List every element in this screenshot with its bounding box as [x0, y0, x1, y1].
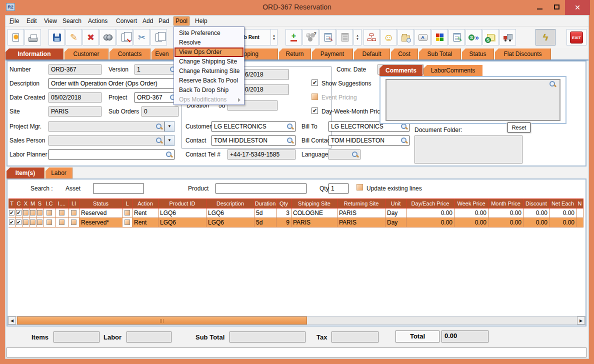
row-checkbox-idots[interactable]	[59, 210, 64, 216]
sub-orders-field[interactable]: 0	[142, 106, 178, 116]
bill-contact-search-icon[interactable]	[401, 138, 408, 144]
find-button[interactable]	[100, 29, 116, 46]
save-button[interactable]	[48, 29, 65, 46]
col-qty[interactable]: Qty	[276, 198, 292, 208]
tab-comments[interactable]: Comments	[380, 65, 422, 76]
availability-blocks-button[interactable]	[432, 29, 448, 46]
copy-button[interactable]	[150, 29, 167, 46]
table-row[interactable]	[8, 208, 16, 218]
exit-button[interactable]: EXIT	[566, 29, 586, 46]
menu-item-change-returning-site[interactable]: Change Returning Site	[174, 66, 244, 76]
tab-status[interactable]: Status	[462, 48, 494, 60]
col-duration[interactable]: Duration	[254, 198, 276, 208]
memo-button[interactable]: ✎	[448, 29, 465, 46]
tab-sub-total[interactable]: Sub Total	[419, 48, 461, 60]
tab-items[interactable]: Item(s)	[6, 168, 44, 178]
row-checkbox-c[interactable]	[16, 220, 22, 225]
col-s[interactable]: S	[36, 198, 44, 208]
menu-file[interactable]: File	[8, 16, 21, 26]
tab-default[interactable]: Default	[354, 48, 390, 60]
menu-item-change-shipping-site[interactable]: Change Shipping Site	[174, 57, 244, 66]
print-button[interactable]	[24, 29, 41, 46]
menu-add[interactable]: Add	[140, 16, 155, 26]
menu-pool[interactable]: Pool	[174, 16, 190, 26]
col-day-each-price[interactable]: Day/Each Price	[406, 198, 454, 208]
row-checkbox-ii[interactable]	[71, 220, 76, 225]
menu-convert[interactable]: Convert	[114, 16, 139, 26]
col-unit[interactable]: Unit	[386, 198, 406, 208]
tab-labor-comments[interactable]: LaborComments	[424, 65, 482, 76]
col-c[interactable]: C	[16, 198, 22, 208]
comments-search-icon[interactable]	[550, 81, 556, 88]
customer-field[interactable]: LG ELECTRONICS	[212, 122, 296, 132]
contact-field[interactable]: TOM HIDDLESTON	[212, 136, 296, 146]
delivery-button[interactable]	[500, 29, 516, 46]
col-x[interactable]: X	[22, 198, 30, 208]
show-suggestions-checkbox[interactable]	[312, 80, 318, 86]
site-hierarchy-button[interactable]	[364, 29, 380, 46]
menu-pad[interactable]: Pad	[156, 16, 171, 26]
col-t[interactable]: T	[8, 198, 16, 208]
product-input[interactable]	[216, 184, 306, 194]
col-status[interactable]: Status	[80, 198, 122, 208]
row-checkbox-x[interactable]	[23, 220, 28, 225]
tab-contacts[interactable]: Contacts	[110, 48, 150, 60]
sales-person-search-icon[interactable]	[156, 138, 162, 144]
labor-planner-field[interactable]	[48, 150, 174, 160]
add-remove-button[interactable]: +	[286, 29, 302, 46]
col-shipping-site[interactable]: Shipping Site	[292, 198, 338, 208]
tab-customer[interactable]: Customer	[64, 48, 108, 60]
comments-textarea[interactable]	[386, 79, 560, 121]
row-checkbox-t[interactable]	[9, 210, 14, 216]
tab-information[interactable]: Information	[6, 48, 64, 60]
delete-button[interactable]: ✖	[82, 29, 99, 46]
tab-flat-discounts[interactable]: Flat Discounts	[495, 48, 551, 60]
date-created-field[interactable]: 05/02/2018	[48, 92, 102, 102]
bill-contact-field[interactable]: TOM HIDDLESTON	[328, 136, 410, 146]
labor-planner-search-icon[interactable]	[166, 152, 172, 158]
col-n[interactable]: N	[576, 198, 584, 208]
edit-button[interactable]: ✎	[66, 29, 82, 46]
asset-input[interactable]	[93, 184, 144, 194]
row-checkbox-c[interactable]	[16, 210, 22, 216]
col-action[interactable]: Action	[132, 198, 158, 208]
notes-edit-button[interactable]: ✎	[320, 29, 336, 46]
row-checkbox-idots[interactable]	[59, 220, 64, 225]
number-field[interactable]: ORD-367	[48, 64, 102, 74]
col-m[interactable]: M	[30, 198, 36, 208]
row-checkbox-s[interactable]	[37, 210, 42, 216]
col-discount[interactable]: Discount	[524, 198, 550, 208]
contact-search-icon[interactable]	[287, 138, 294, 144]
menu-item-reserve-back-to-pool[interactable]: Reserve Back To Pool	[174, 76, 244, 86]
col-ic[interactable]: I.C	[44, 198, 56, 208]
maximize-button[interactable]	[548, 0, 565, 15]
version-field[interactable]: 1	[134, 64, 178, 74]
price-notes-button[interactable]: S	[482, 29, 499, 46]
col-net-each[interactable]: Net Each	[550, 198, 576, 208]
language-field[interactable]	[328, 150, 360, 160]
col-week-price[interactable]: Week Price	[454, 198, 488, 208]
horizontal-scrollbar[interactable]: ◀ ▶	[8, 316, 586, 325]
project-mgr-search-icon[interactable]	[156, 124, 162, 130]
menu-item-view-ops-order[interactable]: View Ops Order	[174, 48, 244, 57]
bill-to-search-icon[interactable]	[401, 124, 408, 130]
update-existing-checkbox[interactable]	[356, 184, 363, 190]
customer-search-icon[interactable]	[287, 124, 294, 130]
row-checkbox-ii[interactable]	[71, 210, 76, 216]
row-checkbox-m[interactable]	[30, 210, 36, 216]
menu-item-resolve[interactable]: Resolve	[174, 38, 244, 48]
col-returning-site[interactable]: Returning Site	[338, 198, 386, 208]
folder-history-button[interactable]	[398, 29, 414, 46]
document-folder-box[interactable]	[414, 136, 522, 164]
menu-actions[interactable]: Actions	[86, 16, 110, 26]
row-checkbox-l[interactable]	[124, 210, 130, 216]
price-forward-button[interactable]: S»	[466, 29, 482, 46]
project-mgr-dropdown[interactable]: ▼	[164, 121, 174, 132]
sales-person-field[interactable]	[48, 136, 164, 146]
row-checkbox-ic[interactable]	[46, 210, 52, 216]
table-row[interactable]	[8, 218, 16, 228]
row-checkbox-m[interactable]	[30, 220, 36, 225]
row-checkbox-t[interactable]	[9, 220, 14, 225]
language-search-icon[interactable]	[352, 152, 358, 158]
row-checkbox-x[interactable]	[23, 210, 28, 216]
